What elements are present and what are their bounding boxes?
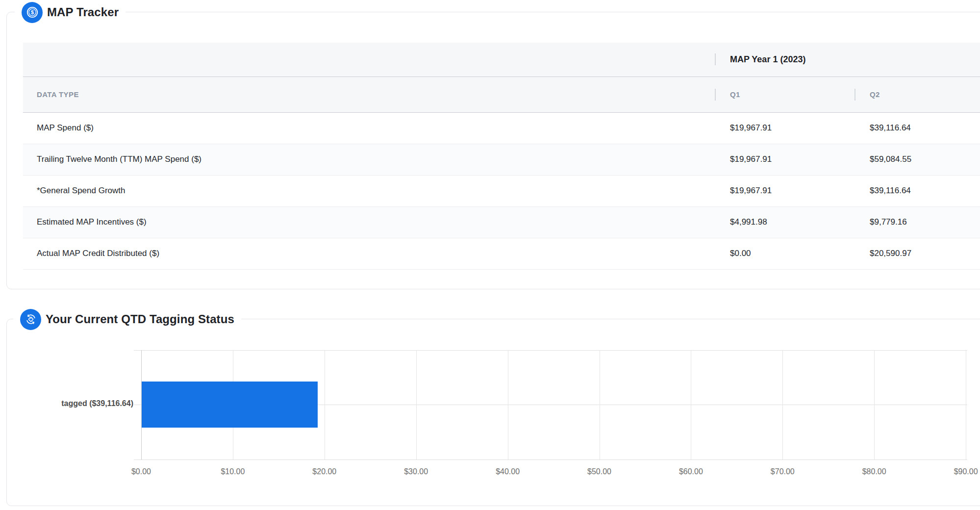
row-label: MAP Spend ($) bbox=[23, 112, 715, 144]
row-label: *General Spend Growth bbox=[23, 175, 715, 206]
qtd-tagging-bar-chart: $0.00$10.00$20.00$30.00$40.00$50.00$60.0… bbox=[7, 319, 980, 506]
svg-text:$: $ bbox=[30, 9, 33, 15]
x-axis-tick-label: $90.00 bbox=[931, 467, 980, 476]
chart-frame-line bbox=[134, 350, 967, 351]
x-axis-tick-label: $20.00 bbox=[290, 467, 359, 476]
x-axis-tick-label: $30.00 bbox=[382, 467, 451, 476]
row-q2-value: $39,116.64 bbox=[854, 112, 980, 144]
column-header-q2: Q2 bbox=[854, 76, 980, 112]
map-tracker-table: MAP Year 1 (2023) DATA TYPE Q1 Q2 MAP Sp… bbox=[23, 43, 980, 270]
row-q1-value: $19,967.91 bbox=[715, 175, 854, 206]
dollar-coin-icon: $ bbox=[22, 2, 43, 23]
x-axis-tick-label: $0.00 bbox=[107, 467, 176, 476]
tagging-status-header: Your Current QTD Tagging Status bbox=[13, 308, 241, 330]
chart-gridline bbox=[600, 350, 600, 459]
table-row: Trailing Twelve Month (TTM) MAP Spend ($… bbox=[23, 144, 980, 175]
table-row: *General Spend Growth $19,967.91 $39,116… bbox=[23, 175, 980, 206]
row-q1-value: $19,967.91 bbox=[715, 112, 854, 144]
x-axis-tick-label: $70.00 bbox=[748, 467, 817, 476]
tagging-status-panel: Your Current QTD Tagging Status $0.00$10… bbox=[6, 319, 980, 506]
chart-gridline bbox=[416, 350, 417, 459]
x-axis-tick-label: $60.00 bbox=[656, 467, 725, 476]
row-q2-value: $59,084.55 bbox=[854, 144, 980, 175]
row-q1-value: $19,967.91 bbox=[715, 144, 854, 175]
table-row: MAP Spend ($) $19,967.91 $39,116.64 bbox=[23, 112, 980, 144]
tagging-status-title: Your Current QTD Tagging Status bbox=[46, 312, 234, 326]
year-header-label: MAP Year 1 (2023) bbox=[715, 43, 980, 76]
chart-gridline bbox=[325, 350, 325, 459]
tag-sync-icon bbox=[20, 309, 41, 330]
map-tracker-header: $ MAP Tracker bbox=[15, 1, 126, 23]
row-label: Actual MAP Credit Distributed ($) bbox=[23, 238, 715, 269]
chart-gridline bbox=[508, 350, 508, 459]
x-axis-tick-label: $10.00 bbox=[199, 467, 267, 476]
row-q2-value: $9,779.16 bbox=[854, 206, 980, 238]
year-header-spacer bbox=[23, 43, 715, 76]
tagged-spend-bar bbox=[142, 382, 318, 428]
column-header-data-type: DATA TYPE bbox=[23, 76, 715, 112]
row-q1-value: $4,991.98 bbox=[715, 206, 854, 238]
row-q1-value: $0.00 bbox=[715, 238, 854, 269]
x-axis-tick-label: $50.00 bbox=[565, 467, 634, 476]
x-axis-tick-label: $80.00 bbox=[840, 467, 908, 476]
x-axis-tick-label: $40.00 bbox=[474, 467, 542, 476]
category-label: tagged ($39,116.64) bbox=[7, 399, 133, 408]
table-year-header-row: MAP Year 1 (2023) bbox=[23, 43, 980, 76]
row-q2-value: $20,590.97 bbox=[854, 238, 980, 269]
row-label: Trailing Twelve Month (TTM) MAP Spend ($… bbox=[23, 144, 715, 175]
chart-gridline bbox=[966, 350, 966, 459]
row-q2-value: $39,116.64 bbox=[854, 175, 980, 206]
chart-gridline bbox=[782, 350, 783, 459]
table-column-header-row: DATA TYPE Q1 Q2 bbox=[23, 76, 980, 112]
chart-gridline bbox=[874, 350, 875, 459]
table-row: Estimated MAP Incentives ($) $4,991.98 $… bbox=[23, 206, 980, 238]
row-label: Estimated MAP Incentives ($) bbox=[23, 206, 715, 238]
column-header-q1: Q1 bbox=[715, 76, 854, 112]
map-tracker-panel: $ MAP Tracker MAP Year 1 (2023) DATA TYP… bbox=[6, 12, 980, 289]
table-row: Actual MAP Credit Distributed ($) $0.00 … bbox=[23, 238, 980, 269]
chart-gridline bbox=[691, 350, 691, 459]
map-tracker-title: MAP Tracker bbox=[47, 5, 119, 19]
chart-frame-line bbox=[134, 459, 967, 460]
